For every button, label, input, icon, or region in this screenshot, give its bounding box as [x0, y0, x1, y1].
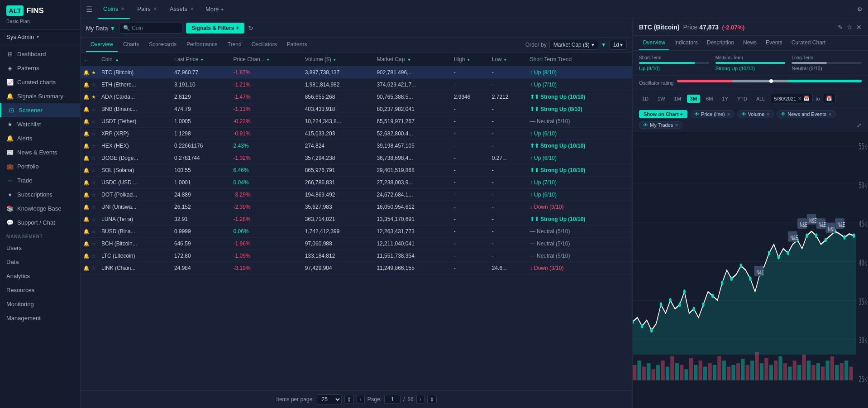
col-coin[interactable]: Coin ▲ — [99, 53, 172, 67]
first-page-btn[interactable]: ⟪ — [344, 395, 354, 404]
tab-assets[interactable]: Assets ✕ — [164, 0, 199, 19]
calendar-icon[interactable]: 📅 — [803, 96, 810, 101]
table-row[interactable]: 🔔 ☆ BNB (Binanc... 474.79 -1.11% 403,433… — [81, 103, 632, 115]
alert-icon[interactable]: 🔔 — [83, 155, 90, 161]
col-market-cap[interactable]: Market Cap ▼ — [374, 53, 451, 67]
time-btn-6m[interactable]: 6M — [703, 95, 716, 103]
items-per-page-select[interactable]: 2550100 — [317, 394, 342, 404]
rp-tab-events[interactable]: Events — [762, 36, 786, 50]
sidebar-item-monitoring[interactable]: Monitoring — [0, 297, 80, 311]
rp-tab-news[interactable]: News — [739, 36, 760, 50]
time-btn-3m[interactable]: 3M — [687, 95, 700, 103]
table-row[interactable]: 🔔 ☆ USDT (Tether) 1.0005 -0.23% 10,224,3… — [81, 115, 632, 128]
table-row[interactable]: 🔔 ☆ DOGE (Doge... 0.2781744 -1.02% 357,2… — [81, 152, 632, 164]
table-row[interactable]: 🔔 ☆ UNI (Uniswa... 26.152 -2.39% 35,627,… — [81, 201, 632, 213]
rp-tab-curated-chart[interactable]: Curated Chart — [788, 36, 829, 50]
alert-icon[interactable]: 🔔 — [83, 143, 90, 149]
overlay-news-events[interactable]: 👁 News and Events ✕ — [777, 110, 836, 118]
star-icon[interactable]: ☆ — [91, 119, 96, 125]
alert-icon[interactable]: 🔔 — [83, 131, 90, 137]
table-row[interactable]: 🔔 ☆ LTC (Litecoin) 172.80 -1.09% 133,184… — [81, 250, 632, 262]
sidebar-item-support-chat[interactable]: 💬Support / Chat — [0, 216, 80, 230]
alert-icon[interactable]: 🔔 — [83, 265, 90, 271]
rp-tab-description[interactable]: Description — [703, 36, 738, 50]
sidebar-item-management[interactable]: Management — [0, 311, 80, 325]
time-selector[interactable]: 1d ▾ — [609, 40, 627, 50]
table-row[interactable]: 🔔 ☆ HEX (HEX) 0.22661176 2.43% 274,824 3… — [81, 140, 632, 152]
alert-icon[interactable]: 🔔 — [83, 241, 90, 247]
star-icon[interactable]: ★ — [91, 70, 96, 76]
remove-price-icon[interactable]: ✕ — [727, 112, 730, 117]
alert-icon[interactable]: 🔔 — [83, 192, 90, 198]
alert-icon[interactable]: 🔔 — [83, 204, 90, 210]
alert-icon[interactable]: 🔔 — [83, 94, 90, 100]
star-icon[interactable]: ☆ — [91, 204, 96, 210]
tab-coins-close[interactable]: ✕ — [121, 6, 124, 11]
col-low[interactable]: Low ▾ — [489, 53, 527, 67]
star-icon[interactable]: ☆ — [91, 216, 96, 222]
star-icon[interactable]: ☆ — [91, 131, 96, 137]
alert-icon[interactable]: 🔔 — [83, 180, 90, 186]
alert-icon[interactable]: 🔔 — [83, 216, 90, 222]
remove-trades-icon[interactable]: ✕ — [675, 123, 678, 128]
alert-icon[interactable]: 🔔 — [83, 70, 90, 76]
sidebar-item-dashboard[interactable]: ⊞Dashboard — [0, 47, 80, 61]
sidebar-item-portfolio[interactable]: 💼Portfolio — [0, 159, 80, 173]
refresh-icon[interactable]: ↻ — [248, 24, 253, 32]
tab-performance[interactable]: Performance — [182, 38, 222, 52]
col-last-price[interactable]: Last Price ▾ — [172, 53, 231, 67]
time-btn-1m[interactable]: 1M — [671, 95, 684, 103]
show-chart-button[interactable]: Show on Chart + — [639, 110, 687, 118]
table-row[interactable]: 🔔 ☆ LUNA (Terra) 32.91 -1.28% 363,714,02… — [81, 213, 632, 226]
star-icon[interactable]: ☆ — [91, 229, 96, 235]
edit-icon[interactable]: ✎ — [838, 24, 843, 31]
star-icon[interactable]: ☆ — [91, 180, 96, 186]
table-row[interactable]: 🔔 ☆ BCH (Bitcoin... 646.59 -1.96% 97,060… — [81, 238, 632, 250]
sidebar-item-users[interactable]: Users — [0, 241, 80, 255]
overlay-my-trades[interactable]: 👁 My Trades ✕ — [639, 121, 682, 129]
alert-icon[interactable]: 🔔 — [83, 253, 90, 259]
table-row[interactable]: 🔔 ☆ ETH (Ethere... 3,191.10 -1.21% 1,981… — [81, 79, 632, 91]
sidebar-item-signals-summary[interactable]: 🔔Signals Summary — [0, 89, 80, 103]
tab-assets-close[interactable]: ✕ — [190, 6, 194, 11]
tab-oscillators[interactable]: Oscillators — [247, 38, 281, 52]
table-row[interactable]: 🔔 ★ ADA (Carda... 2.8129 -1.47% 856,655,… — [81, 91, 632, 103]
remove-volume-icon[interactable]: ✕ — [766, 112, 770, 117]
order-by-value[interactable]: Market Cap ($) ▾ — [549, 40, 598, 50]
signals-filters-button[interactable]: Signals & Filters + — [186, 23, 244, 34]
col-high[interactable]: High ▾ — [451, 53, 489, 67]
sidebar-item-trade[interactable]: ↔Trade — [0, 173, 80, 187]
alert-icon[interactable]: 🔔 — [83, 229, 90, 235]
star-icon[interactable]: ☆ — [91, 192, 96, 198]
tab-patterns[interactable]: Patterns — [282, 38, 312, 52]
sidebar-item-resources[interactable]: Resources — [0, 283, 80, 297]
star-icon[interactable]: ☆ — [91, 253, 96, 259]
search-input[interactable] — [132, 25, 178, 31]
table-row[interactable]: 🔔 ☆ XRP (XRP) 1.1298 -0.91% 415,033,203 … — [81, 128, 632, 140]
remove-news-icon[interactable]: ✕ — [828, 112, 832, 117]
filter-icon-2[interactable]: ▼ — [601, 42, 606, 48]
time-btn-1d[interactable]: 1D — [639, 95, 652, 103]
page-input[interactable] — [384, 395, 401, 404]
alert-icon[interactable]: 🔔 — [83, 119, 90, 125]
col-trend[interactable]: Short Term Trend — [527, 53, 632, 67]
search-box[interactable]: 🔍 — [119, 23, 182, 34]
table-row[interactable]: 🔔 ☆ LINK (Chain... 24.984 -3.19% 97,429,… — [81, 262, 632, 274]
tab-scorecards[interactable]: Scorecards — [144, 38, 181, 52]
sidebar-user[interactable]: Sys Admin ▾ — [0, 30, 80, 44]
tab-overview[interactable]: Overview — [86, 38, 118, 52]
sidebar-item-alerts[interactable]: 🔔Alerts — [0, 131, 80, 145]
overlay-price-line[interactable]: 👁 Price (line) ✕ — [690, 110, 734, 118]
table-row[interactable]: 🔔 ☆ BUSD (Bina... 0.9999 0.06% 1,742,412… — [81, 226, 632, 238]
date-to-input[interactable]: 📅 — [823, 94, 835, 103]
table-row[interactable]: 🔔 ★ BTC (Bitcoin) 47,960.77 -1.87% 3,897… — [81, 67, 632, 79]
time-btn-1w[interactable]: 1W — [654, 95, 668, 103]
tab-coins[interactable]: Coins ✕ — [98, 0, 130, 19]
alert-icon[interactable]: 🔔 — [83, 82, 90, 88]
calendar-icon-2[interactable]: 📅 — [826, 96, 832, 101]
star-icon[interactable]: ☆ — [91, 82, 96, 88]
sidebar-item-analytics[interactable]: Analytics — [0, 269, 80, 283]
last-page-btn[interactable]: ⟫ — [427, 395, 437, 404]
prev-page-btn[interactable]: ‹ — [357, 395, 365, 404]
tab-trend[interactable]: Trend — [223, 38, 246, 52]
